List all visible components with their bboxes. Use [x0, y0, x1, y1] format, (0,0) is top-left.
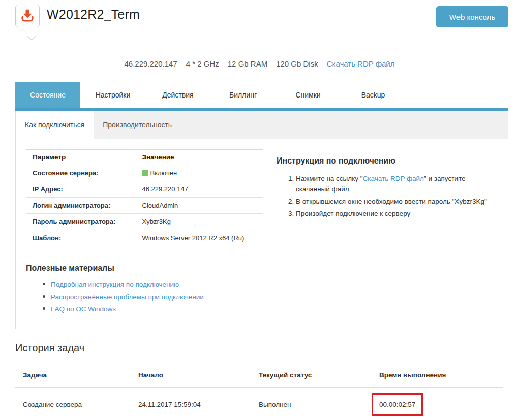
task-table-header: Задача Начало Текущий статус Время выпол… [15, 371, 503, 388]
spec-disk: 120 Gb Disk [276, 59, 318, 68]
download-rdp-link[interactable]: Скачать RDP файл [327, 59, 395, 68]
param-label: Состояние сервера: [26, 165, 136, 181]
value-column-header: Значение [136, 150, 263, 165]
materials-title: Полезные материалы [26, 264, 263, 273]
page-header: W2012R2_Term Web консоль [0, 0, 519, 36]
list-item: Подробная инструкция по подключению [43, 281, 263, 288]
sub-tabs: Как подключиться Производительность [16, 111, 508, 139]
instruction-step-3: Произойдет подключение к серверу [296, 209, 498, 219]
param-column-header: Параметр [26, 150, 136, 165]
state-panel: Как подключиться Производительность Пара… [15, 111, 508, 329]
params-header-row: Параметр Значение [26, 150, 263, 165]
spec-ip: 46.229.220.147 [124, 59, 177, 68]
tab-actions[interactable]: Действия [145, 82, 210, 108]
tab-settings[interactable]: Настройки [80, 82, 145, 108]
template-value: Windows Server 2012 R2 x64 (Ru) [136, 230, 263, 246]
params-table: Параметр Значение Состояние сервера: Вкл… [26, 149, 263, 246]
right-column: Инструкция по подключению Нажмите на ссы… [277, 149, 498, 317]
instruction-step-2: В открывшемся окне необходимо ввести пар… [296, 197, 498, 207]
bullet-icon [43, 295, 45, 298]
password-value: Xybzr3Kg [136, 214, 263, 230]
tab-backup[interactable]: Backup [341, 82, 406, 108]
task-start: 24.11.2017 15:59:04 [138, 401, 259, 408]
task-history-table: Задача Начало Текущий статус Время выпол… [15, 371, 503, 420]
materials-link-instruction[interactable]: Подробная инструкция по подключению [51, 281, 179, 288]
duration-highlight-box: 00.00:02:57 [372, 393, 423, 416]
table-row: Создание сервера 24.11.2017 15:59:04 Вып… [15, 388, 503, 420]
subtab-performance[interactable]: Производительность [94, 111, 181, 139]
login-value: CloudAdmin [136, 198, 263, 214]
param-label: Логин администратора: [26, 198, 136, 214]
server-state-value: Включен [136, 165, 263, 181]
status-text: Включен [150, 169, 177, 177]
server-specs: 46.229.220.147 4 * 2 GHz 12 Gb RAM 120 G… [0, 59, 519, 68]
header-divider [0, 36, 519, 36]
col-header-start: Начало [138, 371, 259, 379]
param-label: IP Адрес: [26, 181, 136, 198]
tab-snapshots[interactable]: Снимки [276, 82, 341, 108]
instructions-list: Нажмите на ссылку "Скачать RDP файл" и з… [277, 174, 498, 219]
table-row: Логин администратора: CloudAdmin [26, 198, 263, 214]
main-tabs: Состояние Настройки Действия Биллинг Сни… [15, 82, 508, 111]
tab-state[interactable]: Состояние [15, 82, 80, 108]
server-page: W2012R2_Term Web консоль 46.229.220.147 … [0, 0, 519, 420]
web-console-button[interactable]: Web консоль [436, 6, 508, 27]
table-row: Состояние сервера: Включен [26, 165, 263, 181]
param-label: Шаблон: [26, 230, 136, 246]
subtab-how-to-connect[interactable]: Как подключиться [16, 111, 94, 139]
list-item: Распространённые проблемы при подключени… [43, 293, 263, 301]
list-item: FAQ по ОС Windows [43, 305, 263, 313]
table-row: Шаблон: Windows Server 2012 R2 x64 (Ru) [26, 230, 263, 246]
table-row: IP Адрес: 46.229.220.147 [26, 181, 263, 198]
spec-ram: 12 Gb RAM [228, 59, 267, 68]
col-header-status: Текущий статус [259, 371, 379, 379]
panel-content: Параметр Значение Состояние сервера: Вкл… [16, 139, 508, 329]
table-row: Пароль администратора: Xybzr3Kg [26, 214, 263, 230]
col-header-task: Задача [23, 371, 138, 379]
server-icon-box [15, 5, 40, 27]
rdp-file-link[interactable]: Скачать RDP файл [363, 175, 424, 182]
download-icon [19, 7, 36, 25]
ip-value: 46.229.220.147 [136, 181, 263, 198]
page-title: W2012R2_Term [47, 7, 140, 22]
task-name: Создание сервера [23, 401, 138, 408]
spec-cpu: 4 * 2 GHz [186, 59, 219, 68]
task-status: Выполнен [259, 401, 379, 408]
col-header-duration: Время выполнения [379, 371, 503, 379]
bullet-icon [43, 283, 45, 285]
materials-link-faq[interactable]: FAQ по ОС Windows [51, 305, 116, 313]
bullet-icon [43, 307, 45, 310]
tab-billing[interactable]: Биллинг [210, 82, 276, 108]
status-on-icon [142, 170, 148, 176]
instruction-step-1: Нажмите на ссылку "Скачать RDP файл" и з… [296, 174, 498, 195]
left-column: Параметр Значение Состояние сервера: Вкл… [26, 149, 263, 317]
task-duration-cell: 00.00:02:57 [379, 393, 503, 416]
materials-list: Подробная инструкция по подключению Расп… [26, 281, 263, 313]
instructions-title: Инструкция по подключению [277, 156, 498, 166]
task-history-title: История задач [15, 342, 519, 354]
param-label: Пароль администратора: [26, 214, 136, 230]
materials-link-problems[interactable]: Распространённые проблемы при подключени… [51, 293, 204, 301]
step1-prefix: Нажмите на ссылку " [296, 175, 363, 182]
